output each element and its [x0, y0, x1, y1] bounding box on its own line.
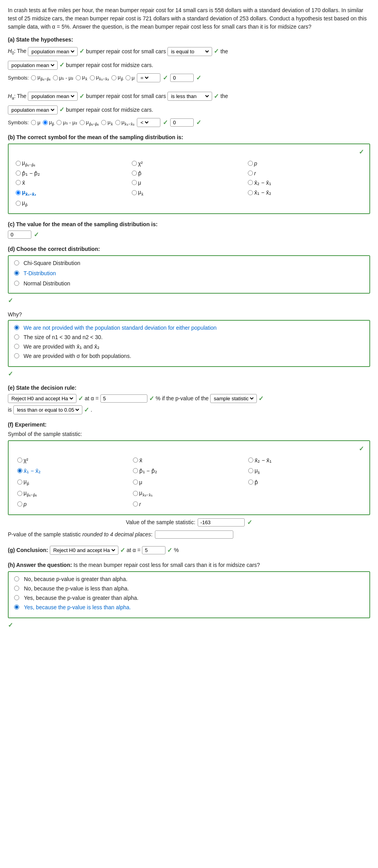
ha-value-input[interactable]	[170, 118, 194, 127]
e-percent: % if the p-value of the	[156, 395, 209, 401]
section-h-title-row: (h) Answer the question: Is the mean bum…	[8, 562, 370, 568]
h0-relation-dropdown[interactable]: is equal to is less than is greater than	[167, 47, 212, 56]
e-alpha-input[interactable]	[100, 394, 147, 403]
b-opt-6[interactable]: r	[248, 170, 362, 176]
d-opt-2-label: T-Distribution	[24, 270, 56, 276]
f-opt-4[interactable]: x̄₁ − x̄₂	[17, 467, 130, 475]
ha-relation-select[interactable]: is equal to is less than is greater than	[169, 93, 210, 100]
f-opt-11[interactable]: μx̄₂−x̄₁	[133, 490, 245, 497]
h0-select-2[interactable]: population mean sample mean	[10, 62, 56, 69]
sym-ha-4[interactable]: μp̂₁−p̂₂	[80, 119, 99, 126]
why-opt-4[interactable]: We are provided with σ for both populati…	[14, 353, 364, 359]
c-value-input[interactable]	[8, 231, 31, 239]
e-condition-select[interactable]: less than or equal to 0.05 greater than …	[15, 407, 80, 413]
section-d: (d) Choose the correct distribution: Chi…	[8, 246, 370, 304]
d-opt-2[interactable]: T-Distribution	[14, 270, 364, 276]
sym-ha-5[interactable]: μx̄	[101, 119, 113, 126]
b-opt-9[interactable]: x̄₂ − x̄₁	[248, 180, 362, 186]
value-input[interactable]	[198, 518, 245, 527]
b-opt-10[interactable]: μx̄₁−x̄₂	[16, 189, 130, 196]
sym-ha-6[interactable]: μx̄₁−x̄₂	[115, 119, 134, 126]
sym-ha-1[interactable]: μ	[31, 120, 40, 125]
sym-h0-5[interactable]: μp̂	[111, 74, 123, 81]
f-opt-3[interactable]: x̄₂ − x̄₁	[248, 457, 361, 463]
ha-relation-dropdown[interactable]: is equal to is less than is greater than	[167, 92, 212, 101]
sym-h0-4[interactable]: μx̄₁−x̄₂	[90, 74, 109, 81]
b-symbol-grid: μp̂₁−p̂₂ χ² p p̂₁ − p̂₂ p̂ r x̄ μ x̄₂ − …	[14, 157, 364, 209]
b-opt-8[interactable]: μ	[132, 180, 246, 186]
f-opt-1[interactable]: χ²	[17, 457, 130, 463]
section-b: (b) The correct symbol for the mean of t…	[8, 134, 370, 214]
h0-value-input[interactable]	[170, 74, 194, 82]
h0-dropdown-2[interactable]: population mean sample mean	[8, 61, 58, 70]
sym-ha-2[interactable]: μp̂	[43, 119, 55, 126]
b-opt-12[interactable]: x̄₁ − x̄₂	[248, 189, 362, 196]
decision-rule-row: Reject H0 and accept Ha Fail to reject H…	[8, 394, 370, 403]
value-label: Value of the sample statistic:	[126, 519, 195, 525]
section-h-title: (h) Answer the question:	[8, 562, 72, 568]
e-pvalue-select[interactable]: sample statistic test statistic	[212, 395, 255, 402]
f-opt-7[interactable]: μp̂	[17, 478, 130, 486]
ha-dropdown-1[interactable]: population mean sample mean	[28, 92, 78, 101]
why-opt-1[interactable]: We are not provided with the population …	[14, 325, 364, 331]
d-opt-1[interactable]: Chi-Square Distribution	[14, 260, 364, 266]
why-opt-2[interactable]: The size of n1 < 30 and n2 < 30.	[14, 334, 364, 340]
f-opt-10[interactable]: μp̂₁−p̂₂	[17, 490, 130, 497]
b-opt-11[interactable]: μx̄	[132, 189, 246, 196]
ha-dropdown-2[interactable]: population mean sample mean	[8, 105, 58, 114]
g-check-2: ✓	[167, 547, 172, 554]
h0-dropdown-1[interactable]: population mean sample mean	[28, 47, 78, 56]
h-opt-3-label: Yes, because the p-value is greater than…	[24, 595, 138, 601]
b-opt-3[interactable]: p	[248, 160, 362, 167]
sym-h0-3[interactable]: μx̄	[76, 74, 87, 81]
pvalue-input[interactable]	[155, 530, 233, 539]
e-check-4: ✓	[84, 406, 89, 414]
e-condition-dropdown[interactable]: less than or equal to 0.05 greater than …	[13, 405, 82, 414]
g-dropdown[interactable]: Reject H0 and accept Ha Fail to reject H…	[50, 546, 118, 555]
e-pvalue-dropdown[interactable]: sample statistic test statistic	[210, 394, 257, 403]
h-opt-3[interactable]: Yes, because the p-value is greater than…	[14, 595, 364, 601]
h0-select-1[interactable]: population mean sample mean	[30, 48, 76, 55]
b-opt-1[interactable]: μp̂₁−p̂₂	[16, 160, 130, 167]
f-opt-5[interactable]: p̂₁ − p̂₂	[133, 467, 245, 475]
ha-select-2[interactable]: population mean sample mean	[10, 107, 56, 113]
h0-op-dropdown[interactable]: = < >	[137, 73, 160, 82]
sym-h0-6[interactable]: μ	[125, 75, 135, 81]
h0-relation-select[interactable]: is equal to is less than is greater than	[169, 48, 210, 55]
f-opt-2[interactable]: x̄	[133, 457, 245, 463]
h-opt-4[interactable]: Yes, because the p-value is less than al…	[14, 604, 364, 610]
g-alpha-input[interactable]	[142, 546, 165, 554]
sym-h0-2[interactable]: μ₁ - μ₂	[53, 75, 74, 81]
g-select[interactable]: Reject H0 and accept Ha Fail to reject H…	[52, 547, 116, 554]
ha-op-dropdown[interactable]: = < >	[137, 118, 160, 127]
f-opt-13[interactable]: p	[17, 501, 130, 507]
b-opt-4[interactable]: p̂₁ − p̂₂	[16, 170, 130, 176]
f-opt-9[interactable]: p̂	[248, 478, 361, 486]
b-opt-5[interactable]: p̂	[132, 170, 246, 176]
h0-op-select[interactable]: = < >	[139, 74, 150, 81]
b-opt-13[interactable]: μp̂	[16, 200, 130, 207]
value-check: ✓	[247, 519, 252, 526]
f-opt-14[interactable]: r	[133, 501, 245, 507]
b-opt-2[interactable]: χ²	[132, 160, 246, 167]
ha-select-1[interactable]: population mean sample mean	[30, 93, 76, 100]
section-a: (a) State the hypotheses: H0: The popula…	[8, 36, 370, 127]
f-check: ✓	[359, 445, 364, 452]
decision-select[interactable]: Reject H0 and accept Ha Fail to reject H…	[10, 395, 75, 402]
section-g: (g) Conclusion: Reject H0 and accept Ha …	[8, 546, 370, 555]
ha-label: Ha: The	[8, 91, 26, 102]
h-opt-2[interactable]: No, because the p-value is less than alp…	[14, 585, 364, 592]
h0-row-2: population mean sample mean ✓ bumper rep…	[8, 60, 370, 71]
sym-h0-1[interactable]: μp̂₁−p̂₂	[31, 74, 50, 81]
ha-op-select[interactable]: = < >	[139, 119, 150, 126]
b-opt-7[interactable]: x̄	[16, 180, 130, 186]
d-opt-3[interactable]: Normal Distribution	[14, 280, 364, 287]
f-opt-8[interactable]: μ	[133, 478, 245, 486]
value-row: Value of the sample statistic: ✓	[8, 518, 370, 527]
sym-ha-3[interactable]: μ₁ - μ₂	[56, 120, 77, 125]
h-opt-1[interactable]: No, because p-value is greater than alph…	[14, 576, 364, 582]
f-opt-6[interactable]: μx̄	[248, 467, 361, 475]
section-h-question: Is the mean bumper repair cost less for …	[73, 562, 260, 568]
why-opt-3[interactable]: We are provided with x̄₁ and x̄₂	[14, 343, 364, 350]
decision-dropdown[interactable]: Reject H0 and accept Ha Fail to reject H…	[8, 394, 76, 403]
